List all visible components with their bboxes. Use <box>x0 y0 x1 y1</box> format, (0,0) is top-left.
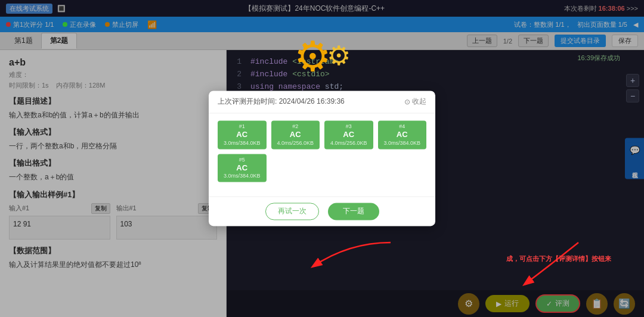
test-num-4: #4 <box>382 123 423 129</box>
arrow-right <box>513 237 590 290</box>
test-num-3: #3 <box>328 123 370 129</box>
collapse-label: 收起 <box>412 97 426 107</box>
gear-small-icon: ⚙ <box>327 40 351 72</box>
modal-body: #1 AC 3.0ms/384.0KB #2 AC 4.0ms/256.0KB … <box>209 113 435 196</box>
test-status-4: AC <box>382 130 423 139</box>
test-results-row1: #1 AC 3.0ms/384.0KB #2 AC 4.0ms/256.0KB … <box>218 120 426 149</box>
test-results-row2: #5 AC 3.0ms/384.0KB <box>218 154 426 182</box>
next-problem-modal-button[interactable]: 下一题 <box>328 203 379 220</box>
test-status-5: AC <box>221 163 263 173</box>
test-card-5: #5 AC 3.0ms/384.0KB <box>218 154 267 182</box>
test-num-2: #2 <box>275 123 317 129</box>
test-meta-2: 4.0ms/256.0KB <box>275 140 317 146</box>
test-num-1: #1 <box>221 123 263 129</box>
test-meta-3: 4.0ms/256.0KB <box>328 140 370 146</box>
test-meta-4: 3.0ms/384.0KB <box>382 140 423 146</box>
arrow-left <box>301 237 397 272</box>
gear-overlay: ⚙ ⚙ <box>294 36 351 77</box>
result-modal: 上次评测开始时间: 2024/04/26 16:39:36 ⊙ 收起 #1 AC… <box>209 91 435 226</box>
test-card-2: #2 AC 4.0ms/256.0KB <box>271 120 320 149</box>
test-card-1: #1 AC 3.0ms/384.0KB <box>218 120 267 149</box>
test-card-3: #3 AC 4.0ms/256.0KB <box>324 120 373 149</box>
test-status-3: AC <box>328 130 370 139</box>
test-status-1: AC <box>221 130 263 139</box>
retry-button[interactable]: 再试一次 <box>265 203 319 220</box>
test-card-4: #4 AC 3.0ms/384.0KB <box>378 120 427 149</box>
modal-header: 上次评测开始时间: 2024/04/26 16:39:36 ⊙ 收起 <box>209 91 435 113</box>
test-num-5: #5 <box>221 157 263 163</box>
test-meta-5: 3.0ms/384.0KB <box>221 173 263 179</box>
test-meta-1: 3.0ms/384.0KB <box>221 140 263 146</box>
test-status-2: AC <box>275 130 317 139</box>
modal-title: 上次评测开始时间: 2024/04/26 16:39:36 <box>218 97 345 107</box>
modal-footer: 再试一次 下一题 <box>209 197 435 226</box>
annotation-text: 成，可点击下方【评测详情】按钮来 <box>506 254 611 263</box>
modal-close-button[interactable]: ⊙ 收起 <box>404 97 426 107</box>
collapse-icon: ⊙ <box>404 98 410 106</box>
gear-big-icon: ⚙ <box>294 36 332 77</box>
